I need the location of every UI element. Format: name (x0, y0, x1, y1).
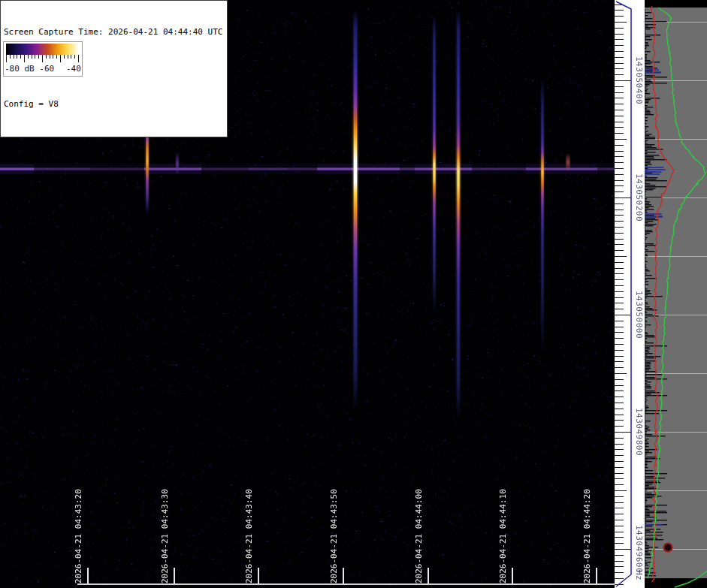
time-tick-mark (343, 568, 344, 583)
time-tick-label: 2026-04-21 04:43:20 (74, 489, 83, 583)
frequency-tick-label: 143050400 (634, 56, 644, 104)
time-tick-label: 2026-04-21 04:44:20 (583, 489, 592, 583)
time-tick-label: 2026-04-21 04:44:00 (415, 489, 424, 583)
color-gradient-bar (6, 44, 79, 55)
time-tick-mark (174, 568, 175, 583)
time-tick-label: 2026-04-21 04:43:40 (245, 489, 254, 583)
color-scale-ticks (6, 55, 79, 64)
color-scale-label-left: -80 dB -60 (5, 64, 54, 74)
frequency-tick-label: 143049600 (634, 525, 644, 573)
time-tick-label: 2026-04-21 04:44:10 (499, 489, 508, 583)
frequency-unit-label: Hz (634, 570, 644, 580)
time-tick-label: 2026-04-21 04:43:30 (161, 489, 170, 583)
capture-time-text: Screen Capture Time: 2026-04-21 04:44:40… (4, 26, 222, 38)
config-text: Config = V8 (4, 98, 222, 110)
spectrum-side-panel-canvas (645, 0, 707, 588)
time-tick-label: 2026-04-21 04:43:50 (330, 489, 339, 583)
spectrogram-window: Screen Capture Time: 2026-04-21 04:44:40… (0, 0, 707, 588)
color-scale-label-right: -40 (66, 64, 81, 74)
frequency-tick-label: 143050000 (634, 291, 644, 339)
time-tick-mark (87, 568, 89, 583)
time-tick-mark (596, 568, 597, 583)
time-tick-mark (258, 568, 259, 583)
time-tick-mark (512, 568, 513, 583)
color-scale-legend: -80 dB -60 -40 (3, 41, 83, 77)
frequency-tick-label: 143049800 (634, 408, 644, 456)
time-tick-mark (428, 568, 429, 583)
frequency-tick-label: 143050200 (634, 173, 644, 222)
